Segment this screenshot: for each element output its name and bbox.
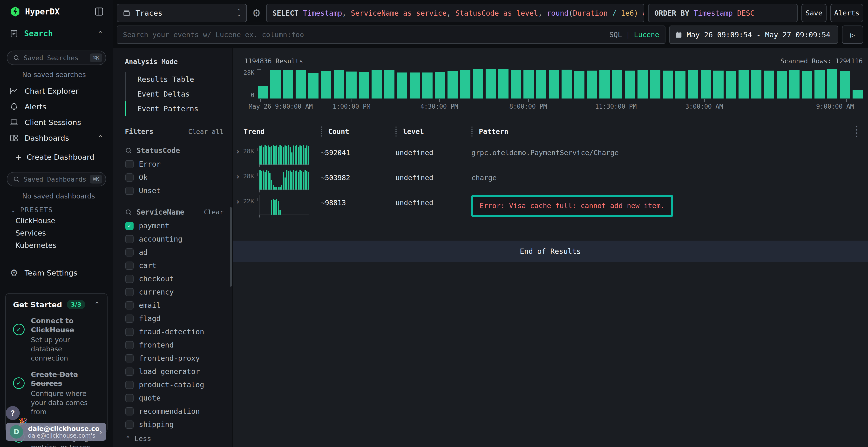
checkbox[interactable] [125, 328, 133, 336]
filter-option[interactable]: Error [125, 158, 223, 171]
filter-option[interactable]: checkout [125, 272, 223, 285]
row-expander-icon[interactable]: › [235, 197, 240, 215]
checkbox[interactable] [125, 301, 133, 309]
filter-option[interactable]: frontend [125, 338, 223, 352]
column-header-trend[interactable]: Trend [233, 126, 321, 137]
table-row[interactable]: ›28K~503982undefinedcharge [233, 168, 868, 194]
saved-searches-searchbox[interactable]: ⌘K [7, 50, 106, 65]
clear-filter-link[interactable]: Clear [204, 208, 223, 216]
saved-dashboards-searchbox[interactable]: ⌘K [7, 172, 106, 186]
run-query-button[interactable]: ▷ [842, 26, 863, 44]
checkbox[interactable] [125, 394, 133, 402]
checkbox[interactable] [125, 314, 133, 323]
bell-icon [10, 102, 18, 111]
filter-option[interactable]: email [125, 299, 223, 312]
preset-item-kubernetes[interactable]: Kubernetes [16, 239, 113, 251]
presets-section-toggle[interactable]: ⌄ PRESETS [10, 206, 113, 214]
sidebar-item-client-sessions[interactable]: Client Sessions [0, 114, 113, 130]
checkbox[interactable] [125, 288, 133, 296]
sidebar-item-chart-explorer[interactable]: Chart Explorer [0, 83, 113, 99]
filter-option[interactable]: flagd [125, 312, 223, 325]
date-range-picker[interactable]: May 26 09:09:54 - May 27 09:09:54 [669, 26, 838, 44]
column-header-pattern[interactable]: Pattern [471, 126, 851, 137]
filter-option[interactable]: currency [125, 285, 223, 299]
sidebar-item-dashboards[interactable]: Dashboards ⌃ [0, 130, 113, 146]
table-row[interactable]: ›22K~98813undefinedError: Visa cache ful… [233, 194, 868, 218]
saved-dashboards-input[interactable] [24, 176, 90, 183]
collapse-sidebar-icon[interactable] [94, 7, 104, 16]
get-started-step[interactable]: ✓ Create Data Sources Configure where yo… [13, 370, 100, 417]
checkbox[interactable] [125, 381, 133, 389]
table-row[interactable]: ›28K~592041undefinedgrpc.oteldemo.Paymen… [233, 143, 868, 168]
checkbox[interactable] [125, 407, 133, 415]
filter-option[interactable]: accounting [125, 232, 223, 246]
column-header-level[interactable]: level [396, 126, 471, 137]
row-expander-icon[interactable]: › [235, 147, 240, 165]
highlighted-pattern[interactable]: Error: Visa cache full: cannot add new i… [471, 195, 673, 217]
checkbox[interactable] [125, 235, 133, 243]
user-profile-chip[interactable]: D dale@clickhouse.com dale@clickhouse.co… [6, 423, 106, 441]
analysis-mode-event-patterns[interactable]: Event Patterns [125, 101, 223, 116]
column-drag-handle[interactable] [471, 127, 472, 137]
checkbox[interactable] [125, 368, 133, 376]
saved-searches-input[interactable] [24, 54, 90, 62]
event-search-input[interactable] [123, 31, 609, 39]
get-started-header[interactable]: Get Started 3/3 ⌃ [13, 300, 100, 309]
filter-option[interactable]: frontend-proxy [125, 352, 223, 365]
checkbox[interactable] [125, 341, 133, 349]
filter-option[interactable]: quote [125, 391, 223, 405]
filter-option[interactable]: Ok [125, 171, 223, 184]
create-dashboard-button[interactable]: + Create Dashboard [0, 148, 113, 166]
lucene-toggle[interactable]: Lucene [634, 31, 659, 39]
get-started-step[interactable]: ✓ Connect to ClickHouse Set up your data… [13, 316, 100, 363]
filter-option[interactable]: ✓payment [125, 219, 223, 232]
collapse-less-link[interactable]: ⌃Less [126, 435, 223, 443]
help-button[interactable]: ? [6, 406, 20, 420]
sql-toggle[interactable]: SQL [609, 31, 622, 39]
checkbox[interactable] [125, 187, 133, 195]
filter-option[interactable]: shipping [125, 418, 223, 431]
checkbox[interactable] [125, 160, 133, 168]
sparkline-max-label: 22K [243, 198, 258, 215]
source-select[interactable]: Traces ⌃⌄ [117, 4, 247, 22]
filter-option[interactable]: Unset [125, 184, 223, 197]
filter-option[interactable]: cart [125, 259, 223, 272]
filter-option[interactable]: ad [125, 246, 223, 259]
filter-option[interactable]: product-catalog [125, 378, 223, 391]
analysis-mode-event-deltas[interactable]: Event Deltas [125, 87, 223, 101]
checkbox[interactable] [125, 354, 133, 363]
column-drag-handle[interactable] [396, 127, 397, 137]
sidebar-item-search[interactable]: Search ⌃ [0, 23, 113, 44]
order-by-editor[interactable]: ORDER BY Timestamp DESC [648, 4, 798, 22]
column-header-count[interactable]: Count [321, 126, 396, 137]
sidebar-item-alerts[interactable]: Alerts [0, 99, 113, 114]
alerts-button[interactable]: Alerts [830, 4, 863, 22]
checkbox[interactable]: ✓ [125, 222, 133, 230]
table-options-kebab-icon[interactable] [856, 126, 858, 137]
gear-icon[interactable]: ⚙ [251, 7, 262, 19]
checkbox[interactable] [125, 262, 133, 270]
results-histogram[interactable]: 28K 0 [233, 69, 868, 99]
save-button[interactable]: Save [802, 4, 827, 22]
checkbox[interactable] [125, 173, 133, 182]
row-expander-icon[interactable]: › [235, 172, 240, 190]
filter-option[interactable]: fraud-detection [125, 325, 223, 338]
scrollbar-thumb[interactable] [230, 207, 232, 286]
analysis-mode-results-table[interactable]: Results Table [125, 72, 223, 87]
preset-item-clickhouse[interactable]: ClickHouse [16, 215, 113, 227]
sql-select-editor[interactable]: SELECT Timestamp, ServiceName as service… [266, 4, 644, 22]
preset-item-services[interactable]: Services [16, 227, 113, 239]
event-search-box[interactable]: SQL | Lucene [117, 26, 665, 44]
histogram-bars[interactable] [258, 69, 863, 99]
sparkline-bar [289, 171, 291, 190]
checkbox[interactable] [125, 275, 133, 283]
filter-option[interactable]: recommendation [125, 405, 223, 418]
sidebar-item-team-settings[interactable]: ⚙ Team Settings [0, 265, 113, 281]
column-drag-handle[interactable] [321, 127, 322, 137]
checkbox[interactable] [125, 248, 133, 256]
query-language-toggle[interactable]: SQL | Lucene [609, 31, 659, 39]
clear-all-filters-link[interactable]: Clear all [188, 128, 223, 135]
checkbox[interactable] [125, 420, 133, 429]
sparkline-bar [278, 201, 279, 215]
filter-option[interactable]: load-generator [125, 365, 223, 378]
